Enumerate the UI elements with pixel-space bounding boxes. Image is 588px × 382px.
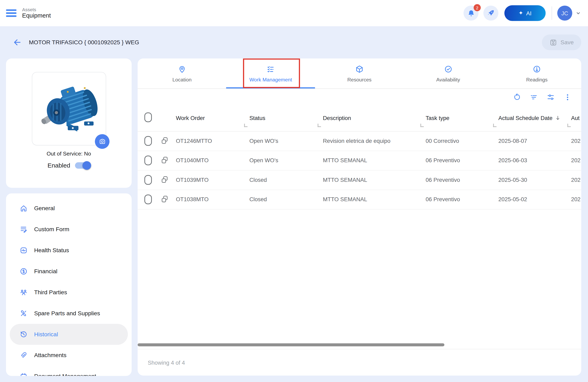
- table-row[interactable]: OT1246MTTO Open WO's Revision eletrica d…: [138, 131, 581, 151]
- tab-location[interactable]: Location: [138, 59, 226, 89]
- cell-task-type: 06 Preventivo: [426, 157, 460, 163]
- active-tab-indicator: [226, 87, 315, 89]
- tab-label: Readings: [526, 77, 547, 82]
- paperclip-icon: [20, 351, 28, 359]
- sidebar-item-label: Health Status: [34, 247, 69, 254]
- sidebar-item-label: Historical: [34, 331, 58, 338]
- row-checkbox[interactable]: [144, 156, 152, 165]
- cell-task-type: 00 Correctivo: [426, 138, 459, 144]
- form-pencil-icon: [20, 225, 28, 233]
- tab-bar: Location Work Management Resources Avail…: [138, 59, 581, 89]
- sparkle-icon: ✦: [518, 10, 523, 17]
- tab-label: Resources: [347, 77, 372, 82]
- cell-auto-date: 202: [571, 157, 580, 163]
- sidebar-item-health-status[interactable]: Health Status: [10, 240, 128, 261]
- column-resize-handle[interactable]: [493, 124, 497, 127]
- ai-button[interactable]: ✦ AI: [504, 5, 546, 21]
- select-all-checkbox[interactable]: [144, 112, 152, 122]
- kebab-menu-icon[interactable]: [564, 93, 572, 101]
- gauge-icon: [532, 65, 541, 73]
- row-checkbox[interactable]: [144, 136, 152, 146]
- column-header-auto[interactable]: Aut: [571, 115, 579, 121]
- sort-desc-arrow-icon: [555, 115, 561, 121]
- work-order-copy-icon[interactable]: [161, 176, 169, 184]
- camera-icon: [98, 138, 106, 145]
- enabled-row: Enabled: [6, 162, 131, 169]
- asset-header: MOTOR TRIFASICO { 0001092025 } WEG Save: [0, 26, 588, 59]
- save-button[interactable]: Save: [542, 35, 581, 50]
- row-checkbox[interactable]: [144, 175, 152, 185]
- cell-description: MTTO SEMANAL: [323, 157, 367, 163]
- sidebar-item-attachments[interactable]: Attachments: [10, 345, 128, 366]
- checklist-icon: [266, 65, 275, 73]
- sidebar-item-third-parties[interactable]: Third Parties: [10, 282, 128, 303]
- table-row[interactable]: OT1040MTO Open WO's MTTO SEMANAL 06 Prev…: [138, 151, 581, 170]
- column-header-status[interactable]: Status: [249, 115, 265, 121]
- column-resize-handle[interactable]: [420, 124, 424, 127]
- enabled-toggle[interactable]: [75, 162, 90, 169]
- bell-icon: [467, 9, 475, 17]
- sidebar-item-label: General: [34, 205, 55, 212]
- change-photo-button[interactable]: [95, 134, 110, 149]
- column-settings-icon[interactable]: [547, 93, 555, 101]
- tab-availability[interactable]: Availability: [404, 59, 493, 89]
- column-header-work-order[interactable]: Work Order: [176, 115, 205, 121]
- cell-status: Closed: [249, 196, 267, 202]
- avatar[interactable]: JC: [557, 6, 572, 20]
- filter-icon[interactable]: [530, 93, 538, 101]
- sidebar-item-label: Spare Parts and Supplies: [34, 310, 100, 317]
- rocket-button[interactable]: [483, 6, 498, 20]
- check-circle-icon: [444, 65, 452, 73]
- history-icon: [20, 330, 28, 338]
- sidebar-item-custom-form[interactable]: Custom Form: [10, 219, 128, 240]
- tab-label: Availability: [436, 77, 460, 82]
- work-order-copy-icon[interactable]: [161, 156, 169, 164]
- sidebar-item-label: Attachments: [34, 352, 66, 359]
- dollar-circle-icon: [20, 267, 28, 276]
- sidebar-item-general[interactable]: General: [10, 198, 128, 219]
- top-bar: Assets Equipment 2 ✦ AI JC: [0, 0, 588, 26]
- column-resize-handle[interactable]: [567, 124, 571, 127]
- column-resize-handle[interactable]: [318, 124, 321, 127]
- people-group-icon: [20, 288, 28, 296]
- hamburger-menu-icon[interactable]: [6, 9, 16, 17]
- sidebar-item-label: Financial: [34, 268, 57, 275]
- health-pulse-icon: [20, 246, 28, 255]
- motor-photo: [38, 80, 101, 137]
- asset-photo-frame: [32, 72, 106, 145]
- column-header-task-type[interactable]: Task type: [426, 115, 449, 121]
- column-header-actual-schedule-date[interactable]: Actual Schedule Date: [498, 115, 561, 121]
- row-checkbox[interactable]: [144, 195, 152, 204]
- work-order-copy-icon[interactable]: [161, 195, 169, 203]
- sidebar-item-historical[interactable]: Historical: [10, 324, 128, 345]
- tab-resources[interactable]: Resources: [315, 59, 404, 89]
- table-footer: Showing 4 of 4: [138, 349, 581, 376]
- column-resize-handle[interactable]: [244, 124, 248, 127]
- cell-description: MTTO SEMANAL: [323, 196, 367, 202]
- refresh-icon[interactable]: [513, 93, 521, 101]
- sidebar-item-document-management[interactable]: Document Management: [10, 366, 128, 376]
- sidebar-item-financial[interactable]: Financial: [10, 261, 128, 282]
- cell-task-type: 06 Preventivo: [426, 196, 460, 202]
- cell-actual-schedule-date: 2025-05-30: [498, 177, 527, 183]
- tab-work-management[interactable]: Work Management: [226, 59, 315, 89]
- asset-title: MOTOR TRIFASICO { 0001092025 } WEG: [29, 39, 139, 46]
- sidebar-item-label: Document Management: [34, 373, 96, 376]
- horizontal-scrollbar[interactable]: [138, 343, 444, 346]
- column-header-description[interactable]: Description: [323, 115, 351, 121]
- work-order-copy-icon[interactable]: [161, 137, 169, 145]
- back-arrow-icon[interactable]: [13, 38, 22, 47]
- notifications-button[interactable]: 2: [463, 6, 478, 20]
- cell-work-order: OT1040MTO: [176, 157, 209, 163]
- chevron-down-icon[interactable]: [575, 10, 581, 16]
- table-toolbar: [138, 89, 581, 106]
- table-row[interactable]: OT1038MTO Closed MTTO SEMANAL 06 Prevent…: [138, 190, 581, 209]
- sidebar-item-spare-parts[interactable]: Spare Parts and Supplies: [10, 303, 128, 324]
- work-management-panel: Location Work Management Resources Avail…: [138, 59, 581, 376]
- row-count-status: Showing 4 of 4: [148, 359, 185, 366]
- breadcrumb: Assets Equipment: [22, 7, 51, 19]
- tab-readings[interactable]: Readings: [492, 59, 581, 89]
- cell-description: MTTO SEMANAL: [323, 177, 367, 183]
- cell-description: Revision eletrica de equipo: [323, 138, 390, 144]
- table-row[interactable]: OT1039MTO Closed MTTO SEMANAL 06 Prevent…: [138, 170, 581, 190]
